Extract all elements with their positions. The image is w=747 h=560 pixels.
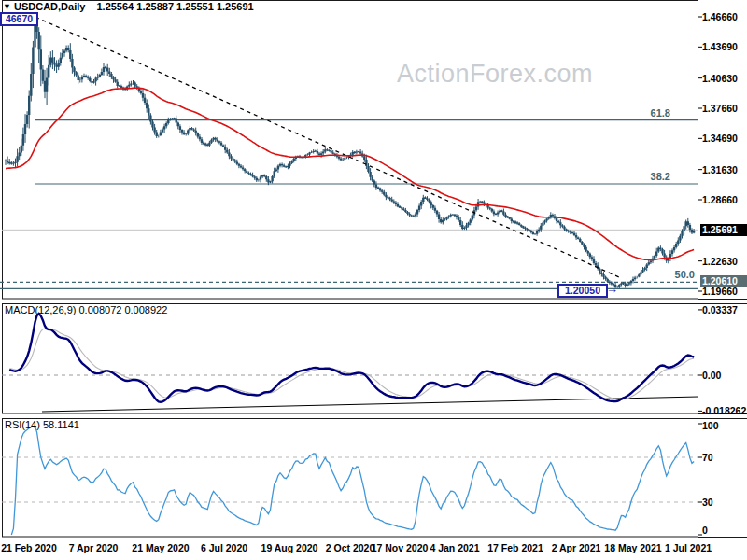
price-axis-label: 1.46660 — [702, 11, 738, 22]
chart-title: ▼ USDCAD,Daily 1.25564 1.25887 1.25551 1… — [3, 1, 254, 12]
low-price-label: 1.20050 — [557, 284, 608, 298]
price-axis-label: 1.40630 — [702, 73, 738, 84]
current-price-box: 1.25691 — [700, 224, 747, 236]
high-price-label: 46670 — [0, 12, 38, 26]
x-axis-label: 1 Jul 2021 — [649, 542, 727, 553]
mt4-chart-window: 61.838.250.0 ▼ USDCAD,Daily 1.25564 1.25… — [0, 0, 747, 560]
level-price-box: 1.20610 — [700, 275, 747, 287]
moving-average-line — [6, 88, 694, 259]
level-label-50.0: 50.0 — [675, 269, 695, 280]
macd-signal-line — [9, 329, 694, 399]
macd-label: MACD(12,26,9) — [5, 304, 76, 315]
candlestick-wicks — [6, 14, 694, 289]
ohlc-values: 1.25564 1.25887 1.25551 1.25691 — [96, 1, 253, 12]
macd-trendline — [42, 397, 698, 412]
macd-main-line — [9, 314, 694, 402]
level-label-61.8: 61.8 — [651, 107, 670, 119]
rsi-label: RSI(14) — [5, 419, 40, 430]
price-axis-label: 1.34690 — [702, 133, 738, 144]
rsi-axis-label: 100 — [702, 420, 719, 431]
rsi-value: 58.1141 — [43, 419, 79, 430]
price-axis-label: 1.22630 — [702, 256, 738, 267]
price-axis-label: 1.31630 — [702, 164, 738, 175]
chart-marker-icon: ▼ — [3, 2, 11, 11]
rsi-axis-label: 70 — [702, 452, 713, 463]
panel-border — [3, 419, 698, 538]
price-axis-label: 1.28660 — [702, 194, 738, 205]
panel-border — [3, 1, 698, 300]
low-marker-arrow: → — [606, 282, 618, 296]
price-axis-label: 1.43690 — [702, 41, 738, 52]
macd-values: 0.008072 0.008922 — [78, 304, 167, 315]
price-axis-label: 1.37660 — [702, 103, 738, 114]
macd-axis-label: -0.018262 — [702, 405, 746, 416]
macd-axis-label: 0.00 — [702, 370, 721, 381]
rsi-axis-label: 0 — [702, 525, 708, 536]
rsi-line — [11, 426, 694, 535]
symbol-label: USDCAD,Daily — [14, 1, 85, 12]
rsi-axis-label: 30 — [702, 497, 713, 508]
panel-border — [3, 304, 698, 414]
falling-trendline — [35, 17, 621, 278]
macd-axis-label: 0.03337 — [702, 304, 738, 315]
level-label-38.2: 38.2 — [651, 171, 670, 182]
watermark: ActionForex.com — [364, 60, 626, 89]
rsi-header: RSI(14) 58.1141 — [5, 419, 79, 430]
macd-header: MACD(12,26,9) 0.008072 0.008922 — [5, 304, 167, 315]
